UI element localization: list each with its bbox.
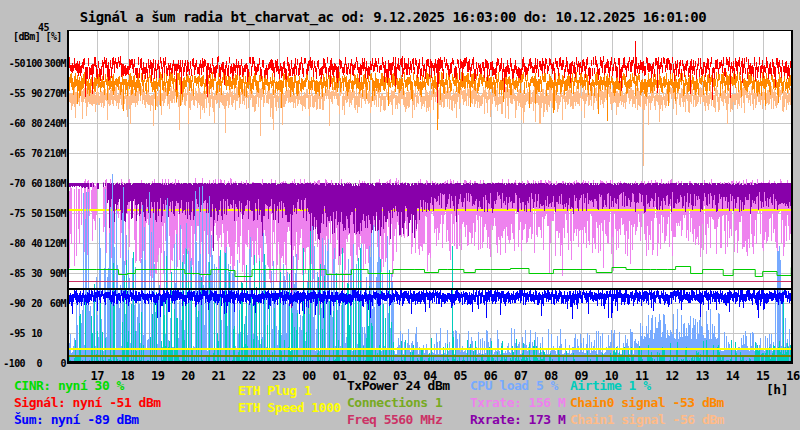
y-axis-row: -7550150M [0,208,66,219]
y-axis-row: -6080240M [0,118,66,129]
y-axis-tick-label: 0 [42,358,66,369]
y-axis-tick-label: -80 [0,238,25,249]
mrtg-signal-graph-page: Signál a šum radia bt_charvat_ac od: 9.1… [0,0,800,430]
y-axis-tick-label: 90M [42,268,66,279]
legend-connections: Connections 1 [347,396,442,409]
legend-noise: Šum: nyní -89 dBm [14,413,139,426]
y-axis-tick-label: 40 [25,238,42,249]
legend-freq: Freq 5560 MHz [347,413,442,426]
x-axis-unit-label: [h] [766,384,788,396]
y-axis-tick-label: 10 [25,328,42,339]
y-axis-tick-label: 90 [25,88,42,99]
x-axis-tick-label: 22 [234,370,264,382]
y-axis-tick-label: -100 [0,358,25,369]
y-axis-tick-label: 300M [42,58,66,69]
y-axis-tick-label: 120M [42,238,66,249]
legend-txpower: TxPower 24 dBm [347,379,450,392]
y-axis-tick-label: 240M [42,118,66,129]
x-axis-tick-label: 13 [687,370,717,382]
legend-eth-plug: ETH Plug 1 [238,384,311,397]
y-axis-row: -7060180M [0,178,66,189]
y-axis-row: -9510 [0,328,66,339]
y-axis-tick-label: 30 [25,268,42,279]
y-axis-tick-label: -75 [0,208,25,219]
y-axis-tick-label: -85 [0,268,25,279]
legend-chain1: Chain1 signal -56 dBm [570,413,724,426]
legend-airtime: Airtime 1 % [570,379,651,392]
y-axis-unit-label: [dBm] [%] [13,31,62,42]
legend-signal: Signál: nyní -51 dBm [14,396,161,409]
y-axis-tick-label: 50 [25,208,42,219]
legend-rxrate: Rxrate: 173 M [470,413,565,426]
x-axis-tick-label: 14 [718,370,748,382]
y-axis-tick-label: 70 [25,148,42,159]
legend-cinr: CINR: nyní 30 % [14,379,124,392]
y-axis-tick-label: 0 [25,358,42,369]
y-axis-tick-label: 60M [42,298,66,309]
y-axis-tick-label: -50 [0,58,25,69]
y-axis-tick-label [42,328,66,339]
y-axis-tick-label: -55 [0,88,25,99]
y-axis-tick-label: 100 [25,58,42,69]
y-axis-tick-label: -70 [0,178,25,189]
y-axis-tick-label: -65 [0,148,25,159]
y-axis-tick-label: -60 [0,118,25,129]
signal-noise-chart [67,30,793,364]
y-axis-row: -902060M [0,298,66,309]
legend-cpu-load: CPU load 5 % [470,379,558,392]
y-axis-tick-label: 180M [42,178,66,189]
y-axis-tick-label: 20 [25,298,42,309]
y-axis-tick-label: 150M [42,208,66,219]
x-axis-tick-label: 19 [143,370,173,382]
y-axis-tick-label: -95 [0,328,25,339]
legend-eth-speed: ETH Speed 1000 [238,401,341,414]
y-axis-tick-label: 60 [25,178,42,189]
y-axis-tick-label: 270M [42,88,66,99]
x-axis-tick-label: 21 [203,370,233,382]
x-axis-tick-label: 00 [294,370,324,382]
y-axis-tick-label: 210M [42,148,66,159]
graph-title: Signál a šum radia bt_charvat_ac od: 9.1… [30,9,756,25]
x-axis-tick-label: 15 [748,370,778,382]
y-axis-tick-label: 80 [25,118,42,129]
legend-chain0: Chain0 signal -53 dBm [570,396,724,409]
y-axis-row: -6570210M [0,148,66,159]
x-axis-tick-label: 12 [657,370,687,382]
x-axis-tick-label: 23 [264,370,294,382]
y-axis-row: -853090M [0,268,66,279]
y-axis-row: -10000 [0,358,66,369]
y-axis-row: -5590270M [0,88,66,99]
y-axis-tick-label: -90 [0,298,25,309]
x-axis-tick-label: 16 [778,370,800,382]
x-axis-tick-label: 20 [173,370,203,382]
y-axis-row: -8040120M [0,238,66,249]
y-axis-row: -50100300M [0,58,66,69]
legend-txrate: Txrate: 156 M [470,396,565,409]
